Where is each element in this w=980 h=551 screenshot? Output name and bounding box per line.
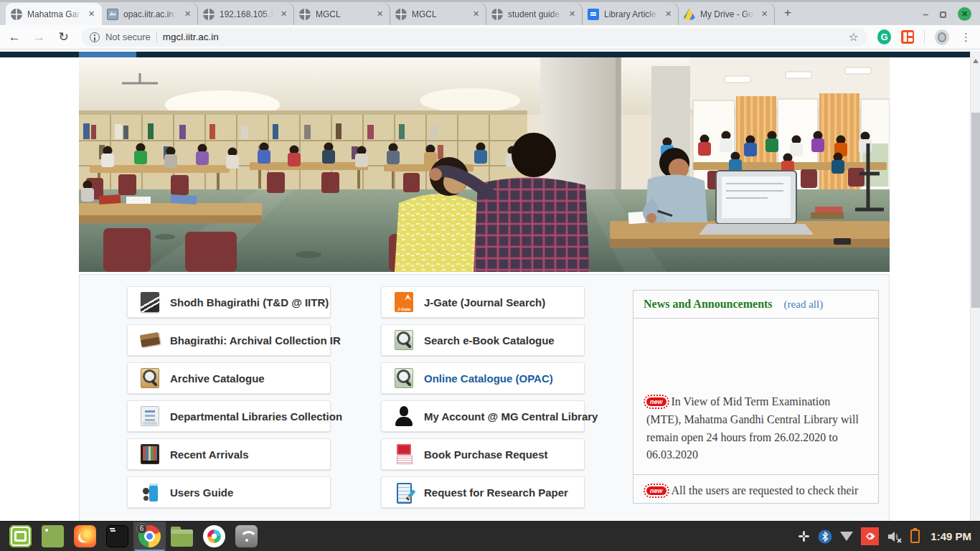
bookshelf-icon	[141, 444, 159, 464]
quicklink-card[interactable]: Book Purchase Request	[381, 438, 585, 470]
new-tab-button[interactable]: +	[778, 4, 798, 24]
globe-icon	[11, 9, 22, 20]
window-list-icon	[42, 525, 64, 547]
mint-menu-icon	[9, 525, 32, 547]
quicklink-card[interactable]: Users Guide	[127, 476, 331, 508]
news-item[interactable]: newAll the users are requested to check …	[633, 475, 878, 504]
browser-menu-icon[interactable]: ⋮	[959, 31, 973, 44]
url-text[interactable]: mgcl.iitr.ac.in	[163, 32, 843, 42]
site-navbar-strip	[0, 52, 970, 57]
quicklink-card[interactable]: Archive Catalogue	[127, 362, 331, 394]
news-title: News and Announcements	[644, 298, 773, 311]
browser-tab[interactable]: 192.168.105.14 ✕	[198, 3, 294, 25]
quicklink-card[interactable]: My Account @ MG Central Library	[381, 400, 585, 432]
back-button[interactable]: ←	[7, 30, 22, 44]
quicklink-label: Search e-Book Catalogue	[424, 334, 555, 347]
browser-tab[interactable]: opac.iitr.ac.in:8 ✕	[102, 3, 198, 25]
browser-tab[interactable]: Library Article D ✕	[583, 3, 679, 25]
quicklink-card[interactable]: Online Catalogue (OPAC)	[381, 362, 585, 394]
tab-close-icon[interactable]: ✕	[182, 9, 193, 19]
research-paper-icon	[395, 482, 413, 502]
security-label: Not secure	[105, 32, 151, 42]
tab-close-icon[interactable]: ✕	[374, 9, 385, 19]
quicklink-card[interactable]: Bhagirathi: Archival Collection IR	[127, 324, 331, 356]
chrome-badge: 6	[136, 523, 147, 534]
quicklink-card[interactable]: Request for Research Paper	[381, 476, 585, 508]
news-item-text: In View of Mid Term Examination (MTE), M…	[646, 395, 859, 461]
scrollbar-thumb[interactable]	[971, 113, 980, 308]
browser-tab[interactable]: student guide ✕	[486, 3, 583, 25]
tab-title: MGCL	[412, 9, 466, 19]
window-close-button[interactable]: ✕	[958, 7, 971, 21]
orange-extension-icon[interactable]	[901, 30, 914, 44]
library-kiosk-icon	[141, 406, 159, 426]
slack-tray-icon[interactable]	[798, 530, 810, 542]
archive-search-icon	[141, 368, 159, 388]
volume-muted-icon[interactable]	[887, 529, 903, 544]
quicklink-card[interactable]: Departmental Libraries Collection	[127, 400, 331, 432]
globe-icon	[203, 9, 215, 20]
tab-close-icon[interactable]: ✕	[278, 9, 289, 19]
anydesk-icon[interactable]	[861, 527, 879, 545]
quicklink-card[interactable]: J-Gate (Journal Search)	[381, 286, 585, 318]
browser-tab[interactable]: My Drive - Goo ✕	[679, 3, 775, 25]
restore-icon	[940, 11, 946, 18]
quicklink-label: Departmental Libraries Collection	[170, 410, 342, 423]
tab-close-icon[interactable]: ✕	[86, 9, 97, 19]
quicklink-label: Bhagirathi: Archival Collection IR	[170, 334, 341, 347]
browser-toolbar: ← → ↻ Not secure mgcl.iitr.ac.in ☆ G ⋮	[0, 25, 980, 50]
slack-icon	[203, 525, 225, 547]
quicklink-label: Book Purchase Request	[424, 448, 548, 461]
quicklink-label: Online Catalogue (OPAC)	[424, 372, 553, 385]
scrollbar-up-arrow-icon[interactable]	[973, 56, 979, 63]
taskbar-launcher[interactable]	[230, 522, 263, 551]
tab-title: My Drive - Goo	[700, 9, 754, 19]
browser-tab[interactable]: Mahatma Gand ✕	[6, 3, 102, 25]
taskbar-launcher[interactable]	[69, 522, 101, 551]
address-bar[interactable]: Not secure mgcl.iitr.ac.in ☆	[81, 28, 867, 47]
news-read-all-link[interactable]: (read all)	[784, 298, 824, 311]
quicklink-card[interactable]: Recent Arrivals	[127, 438, 331, 470]
quicklink-card[interactable]: Shodh Bhagirathi (T&D @ IITR)	[127, 286, 331, 318]
site-navbar-active-item[interactable]	[79, 52, 136, 57]
grammarly-extension-icon[interactable]: G	[877, 29, 891, 44]
minimize-button[interactable]: –	[923, 9, 928, 20]
taskbar-clock[interactable]: 1:49 PM	[930, 530, 971, 542]
new-badge-icon: new	[646, 486, 666, 495]
tab-close-icon[interactable]: ✕	[759, 9, 770, 19]
battery-icon[interactable]	[910, 529, 920, 543]
taskbar-launcher[interactable]	[37, 522, 69, 551]
tab-close-icon[interactable]: ✕	[471, 9, 481, 19]
bookmark-star-icon[interactable]: ☆	[849, 30, 859, 44]
globe-icon	[299, 9, 311, 20]
tab-title: student guide	[508, 9, 562, 19]
news-item[interactable]: newIn View of Mid Term Examination (MTE)…	[633, 319, 878, 475]
tab-title: opac.iitr.ac.in:8	[123, 9, 177, 19]
browser-tab[interactable]: MGCL ✕	[390, 3, 486, 25]
globe-icon	[395, 9, 407, 20]
new-badge-icon: new	[646, 397, 666, 406]
tab-title: Library Article D	[604, 9, 658, 19]
page-scrollbar[interactable]	[970, 51, 980, 521]
browser-tab-strip: Mahatma Gand ✕ opac.iitr.ac.in:8 ✕ 192.1…	[0, 0, 980, 25]
profile-avatar[interactable]	[935, 29, 949, 45]
taskbar-launcher[interactable]	[4, 522, 37, 551]
taskbar-launcher[interactable]: 6	[133, 522, 166, 551]
restore-button[interactable]	[940, 8, 946, 21]
tab-close-icon[interactable]: ✕	[663, 9, 674, 19]
network-signal-icon[interactable]	[840, 532, 853, 541]
info-icon[interactable]	[90, 32, 100, 42]
taskbar-launcher[interactable]	[166, 522, 198, 551]
reload-button[interactable]: ↻	[57, 29, 71, 44]
taskbar-launcher[interactable]	[101, 522, 133, 551]
forward-button[interactable]: →	[32, 30, 46, 44]
taskbar-launcher[interactable]	[198, 522, 230, 551]
quicklink-label: Users Guide	[170, 486, 233, 499]
opac-search-icon	[395, 368, 413, 388]
quicklinks-panel: Shodh Bhagirathi (T&D @ IITR) Bhagirathi…	[79, 274, 890, 521]
browser-tab[interactable]: MGCL ✕	[294, 3, 390, 25]
tab-close-icon[interactable]: ✕	[567, 9, 578, 19]
quicklink-card[interactable]: Search e-Book Catalogue	[381, 324, 585, 356]
bluetooth-icon[interactable]	[818, 529, 832, 544]
quicklink-label: Archive Catalogue	[170, 372, 265, 385]
